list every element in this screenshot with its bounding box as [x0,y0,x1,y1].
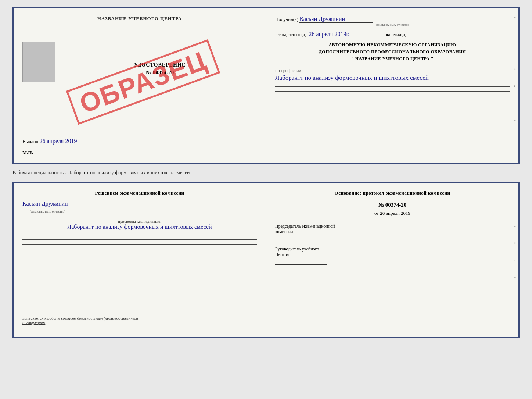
margin-char-1: – [514,15,516,19]
ot-prefix: от [374,210,379,216]
poluchil-prefix: Получил(а) [275,17,298,22]
dopuskaetsya-block: допускается к работе согласно должностны… [22,316,155,328]
bmargin-char-9: – [514,327,516,331]
bmargin-char-6: ← [513,275,517,279]
resheniem-block: Решением экзаменационной комиссии [22,190,257,196]
kasyan-block: Касьян Дружинин (фамилия, имя, отчество) [22,200,257,214]
top-certificate: НАЗВАНИЕ УЧЕБНОГО ЦЕНТРА ОБРАЗЕЦ УДОСТОВ… [12,7,520,164]
rukovoditel-signature [275,259,327,265]
margin-char-4: и [514,67,516,70]
top-cert-right: Получил(а) Касьян Дружинин – (фамилия, и… [266,8,518,163]
mp-block: М.П. [22,150,33,156]
bmargin-char-8: – [514,310,516,313]
bottom-left-lines [22,235,257,249]
osnovanie-block: Основание: протокол экзаменационной коми… [275,190,510,196]
bottom-cert-right: Основание: протокол экзаменационной коми… [266,183,518,337]
top-cert-left: НАЗВАНИЕ УЧЕБНОГО ЦЕНТРА ОБРАЗЕЦ УДОСТОВ… [14,8,266,163]
right-margin: – – – и а ← – – – [513,8,517,163]
poluchil-line: Получил(а) Касьян Дружинин – (фамилия, и… [275,16,510,26]
middle-label: Рабочая специальность - Лаборант по анал… [12,170,520,176]
margin-char-7: – [514,118,516,122]
bmargin-char-5: а [514,258,515,262]
margin-char-3: – [514,50,516,53]
profession: Лаборантт по анализу формовочных и шихтт… [275,74,510,82]
bottom-certificate: Решением экзаменационной комиссии Касьян… [12,182,520,338]
udost-number: № 00374-20 [63,70,257,76]
obrazec-stamp: ОБРАЗЕЦ [28,31,258,133]
vydano-date: 26 апреля 2019 [40,138,77,144]
protocol-number: № 00374-20 [275,202,510,208]
bottom-cert-left: Решением экзаменационной комиссии Касьян… [14,183,266,337]
margin-char-6: ← [513,101,517,105]
margin-char-2: – [514,32,516,36]
udost-title: УДОСТОВЕРЕНИЕ [63,62,257,68]
familiya-caption: (фамилия, имя, отчество) [30,210,65,213]
margin-char-5: а [514,84,515,88]
obrazec-text: ОБРАЗЕЦ [66,39,220,125]
margin-char-9: – [514,153,516,156]
rukovoditel-line1: Руководитель учебного [275,246,510,252]
predsedatel-signature [275,236,327,242]
org-block: АВТОНОМНУЮ НЕКОММЕРЧЕСКУЮ ОРГАНИЗАЦИЮ ДО… [275,42,510,63]
prisvoena-block: присвоена квалификация Лаборантт по анал… [22,219,257,230]
bmargin-char-2: – [514,207,516,210]
bmargin-char-4: и [514,241,516,245]
top-cert-title: НАЗВАНИЕ УЧЕБНОГО ЦЕНТРА [22,16,257,22]
photo-placeholder [22,42,55,82]
prisvoena-label: присвоена квалификация [22,219,257,224]
bmargin-char-7: – [514,292,516,296]
bottom-right-margin: – – – и а ← – – – [513,183,517,337]
org-line3: " НАЗВАНИЕ УЧЕБНОГО ЦЕНТРА " [275,56,510,63]
org-line1: АВТОНОМНУЮ НЕКОММЕРЧЕСКУЮ ОРГАНИЗАЦИЮ [275,42,510,49]
po-professii-label: по профессии [275,68,301,73]
vtom-line: в том, что он(а) 26 апреля 2019г. окончи… [275,31,510,38]
predsedatel-line1: Председатель экзаменационной [275,224,510,229]
bottom-name: Касьян Дружинин [22,200,96,207]
bmargin-char-1: – [514,189,516,193]
vydano-label: Выдано [22,139,38,144]
ot-date: от 26 апреля 2019 [275,210,510,216]
org-line2: ДОПОЛНИТЕЛЬНОГО ПРОФЕССИОНАЛЬНОГО ОБРАЗО… [275,49,510,56]
recipient-name: Касьян Дружинин [299,16,373,23]
ot-date-value: 26 апреля 2019 [380,210,410,216]
name-caption: (фамилия, имя, отчество) [275,23,510,26]
bmargin-char-3: – [514,224,516,228]
prisvoena-profession: Лаборантт по анализу формовочных и шихтт… [22,224,257,230]
rukovoditel-block: Руководитель учебного Центра [275,246,510,265]
margin-char-8: – [514,135,516,139]
lines-block [275,86,510,96]
udostoverenie-block: УДОСТОВЕРЕНИЕ № 00374-20 [63,62,257,76]
okonchil: окончил(а) [385,32,407,38]
predsedatel-block: Председатель экзаменационной комиссии [275,224,510,242]
rukovoditel-line2: Центра [275,252,510,257]
vtom-prefix: в том, что он(а) [275,32,307,38]
dopuskaetsya-prefix: допускается к [22,316,46,320]
po-professii-block: по профессии Лаборантт по анализу формов… [275,68,510,82]
predsedatel-line2: комиссии [275,229,510,235]
vtom-date: 26 апреля 2019г. [309,31,382,38]
vydano-block: Выдано 26 апреля 2019 [22,138,77,145]
